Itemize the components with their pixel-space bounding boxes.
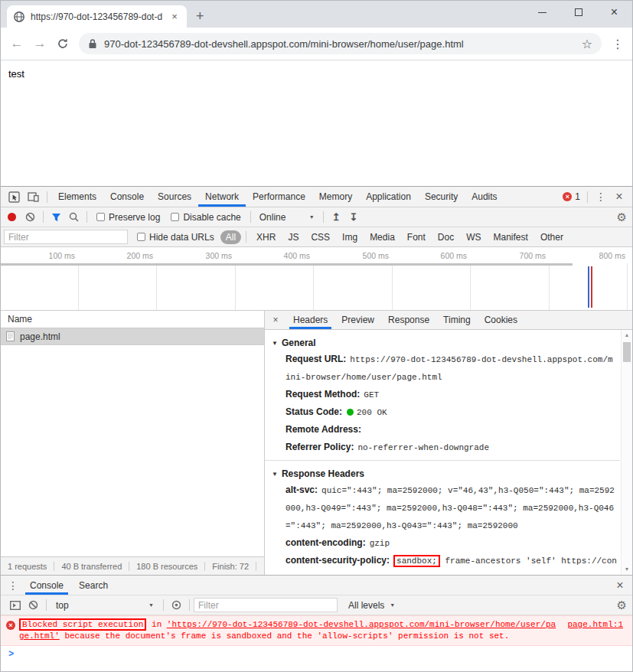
- filter-pill-all[interactable]: All: [220, 230, 241, 244]
- preserve-log-checkbox[interactable]: Preserve log: [96, 212, 160, 223]
- devtools-close-icon[interactable]: ×: [610, 190, 628, 204]
- timeline-tick-label: 500 ms: [363, 251, 389, 260]
- browser-menu-icon[interactable]: ⋮: [608, 37, 628, 51]
- scroll-down-icon[interactable]: ▼: [622, 564, 632, 575]
- log-level-select[interactable]: All levels ▼: [344, 600, 400, 611]
- console-sidebar-toggle-button[interactable]: [10, 601, 21, 610]
- filter-toggle-button[interactable]: [51, 213, 61, 222]
- filter-pill-other[interactable]: Other: [535, 230, 569, 244]
- filter-pill-ws[interactable]: WS: [461, 230, 486, 244]
- error-count-badge[interactable]: × 1: [560, 191, 583, 202]
- header-row: alt-svc:quic=":443"; ma=2592000; v="46,4…: [272, 481, 617, 534]
- console-filter-input[interactable]: [194, 598, 338, 612]
- new-tab-button[interactable]: +: [196, 8, 204, 24]
- divider: [46, 599, 47, 611]
- filter-pill-css[interactable]: CSS: [305, 230, 335, 244]
- tab-network[interactable]: Network: [198, 187, 246, 207]
- document-icon: [6, 331, 15, 341]
- search-button[interactable]: [69, 212, 79, 222]
- hide-data-urls-checkbox[interactable]: Hide data URLs: [137, 232, 214, 243]
- tab-timing[interactable]: Timing: [436, 311, 478, 329]
- details-close-icon[interactable]: ×: [265, 315, 286, 325]
- tab-console[interactable]: Console: [103, 187, 151, 207]
- error-count: 1: [575, 191, 580, 202]
- filter-pill-media[interactable]: Media: [364, 230, 400, 244]
- bookmark-star-icon[interactable]: ☆: [582, 37, 592, 51]
- timeline-gridline: [156, 263, 157, 310]
- drawer-tab-search[interactable]: Search: [71, 576, 116, 595]
- request-row-selected[interactable]: page.html: [1, 328, 264, 345]
- filter-pill-doc[interactable]: Doc: [432, 230, 459, 244]
- scroll-up-icon[interactable]: ▲: [622, 330, 632, 341]
- status-resources: 180 B resources: [129, 562, 205, 571]
- filter-pill-img[interactable]: Img: [337, 230, 363, 244]
- disable-cache-checkbox[interactable]: Disable cache: [171, 212, 240, 223]
- tab-cookies[interactable]: Cookies: [478, 311, 524, 329]
- drawer-close-icon[interactable]: ×: [611, 579, 629, 592]
- forward-button[interactable]: →: [28, 36, 51, 51]
- device-toolbar-button[interactable]: [24, 191, 43, 202]
- divider: [86, 211, 87, 223]
- tab-audits[interactable]: Audits: [465, 187, 504, 207]
- tab-headers[interactable]: Headers: [286, 311, 334, 329]
- header-row: content-encoding:gzip: [272, 534, 617, 552]
- filter-pill-xhr[interactable]: XHR: [251, 230, 281, 244]
- drawer-menu-icon[interactable]: ⋮: [4, 579, 22, 592]
- console-clear-button[interactable]: [28, 600, 38, 610]
- scrollbar-thumb[interactable]: [623, 342, 631, 362]
- filter-pill-manifest[interactable]: Manifest: [488, 230, 533, 244]
- funnel-icon: [51, 213, 61, 222]
- drawer-tab-console[interactable]: Console: [22, 576, 71, 595]
- tab-sources[interactable]: Sources: [151, 187, 198, 207]
- address-bar[interactable]: 970-dot-123456789-dot-devshell.appspot.c…: [79, 33, 602, 54]
- tab-memory[interactable]: Memory: [312, 187, 359, 207]
- window-minimize-button[interactable]: [524, 1, 560, 24]
- scrollbar[interactable]: ▲ ▼: [621, 330, 632, 575]
- blocked-script-highlight-annotation: Blocked script execution: [19, 618, 146, 631]
- tab-security[interactable]: Security: [418, 187, 465, 207]
- disable-cache-label: Disable cache: [183, 212, 240, 223]
- execution-context-select[interactable]: top ▼: [51, 600, 159, 611]
- request-list-panel: Name page.html 1 requests 40 B transferr…: [1, 311, 265, 575]
- eye-icon: [171, 600, 181, 610]
- general-section-header[interactable]: ▼ General: [272, 335, 617, 351]
- import-har-button[interactable]: ↥: [332, 211, 341, 223]
- console-prompt-chevron[interactable]: >: [1, 646, 632, 660]
- back-button[interactable]: ←: [5, 36, 28, 51]
- response-headers-section: ▼ Response Headers alt-svc:quic=":443"; …: [265, 461, 620, 575]
- network-overview-timeline[interactable]: 100 ms 200 ms 300 ms 400 ms 500 ms 600 m…: [1, 247, 632, 311]
- general-section: ▼ General Request URL:https://970-dot-12…: [265, 330, 620, 461]
- message-source-link[interactable]: page.html:1: [567, 619, 623, 631]
- window-maximize-button[interactable]: [560, 1, 596, 24]
- tab-performance[interactable]: Performance: [246, 187, 312, 207]
- browser-tab[interactable]: https://970-dot-123456789-dot-d ×: [7, 5, 187, 28]
- network-settings-gear-icon[interactable]: ⚙: [617, 210, 627, 224]
- tab-preview[interactable]: Preview: [334, 311, 381, 329]
- filter-pill-js[interactable]: JS: [282, 230, 304, 244]
- network-status-bar: 1 requests 40 B transferred 180 B resour…: [1, 556, 264, 575]
- tab-application[interactable]: Application: [359, 187, 418, 207]
- network-filter-input[interactable]: [4, 230, 128, 244]
- clear-button[interactable]: [25, 212, 35, 222]
- status-finish: Finish: 72: [205, 562, 256, 571]
- export-har-button[interactable]: ↧: [350, 211, 358, 223]
- throttling-select[interactable]: Online ▼: [255, 212, 319, 223]
- record-button[interactable]: [8, 213, 16, 221]
- url-text[interactable]: 970-dot-123456789-dot-devshell.appspot.c…: [104, 38, 575, 50]
- timeline-tick-label: 800 ms: [599, 251, 625, 260]
- response-headers-section-header[interactable]: ▼ Response Headers: [272, 466, 617, 481]
- lock-icon: [88, 38, 97, 49]
- request-details-panel: × Headers Preview Response Timing Cookie…: [265, 311, 632, 575]
- tab-close-icon[interactable]: ×: [168, 11, 181, 22]
- console-settings-gear-icon[interactable]: ⚙: [617, 599, 627, 612]
- devtools-panel: Elements Console Sources Network Perform…: [1, 186, 632, 672]
- tab-elements[interactable]: Elements: [51, 187, 103, 207]
- tab-response[interactable]: Response: [381, 311, 436, 329]
- reload-button[interactable]: [51, 38, 74, 50]
- column-header-name[interactable]: Name: [1, 311, 264, 328]
- inspect-element-button[interactable]: [5, 191, 24, 203]
- filter-pill-font[interactable]: Font: [402, 230, 431, 244]
- live-expression-button[interactable]: [171, 600, 181, 610]
- window-close-button[interactable]: ×: [596, 1, 632, 24]
- devtools-menu-icon[interactable]: ⋮: [592, 191, 610, 203]
